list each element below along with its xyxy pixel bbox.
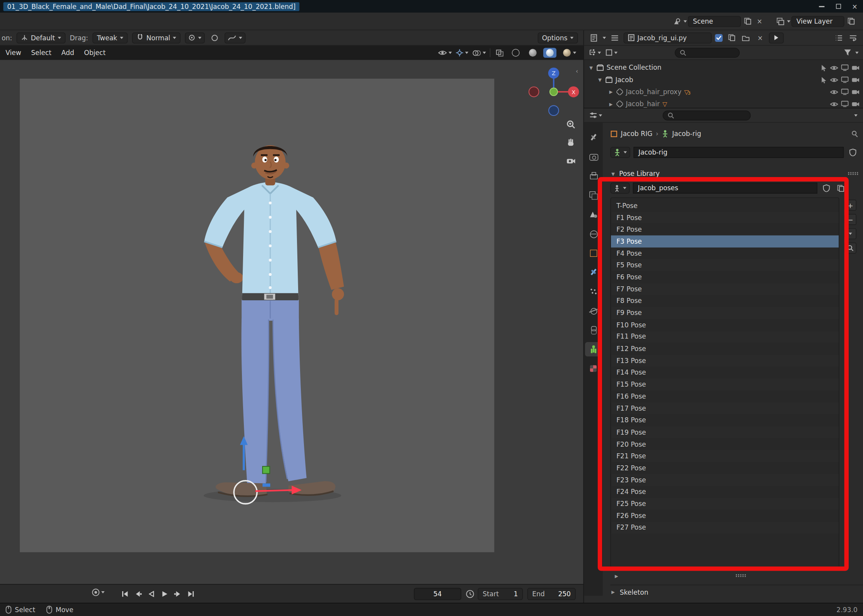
editor-type-dropdown[interactable] xyxy=(589,112,602,119)
disable-render-icon[interactable] xyxy=(851,76,860,83)
pose-library-panel-header[interactable]: ▼ Pose Library xyxy=(610,168,863,180)
zoom-icon[interactable] xyxy=(565,118,577,130)
word-wrap-icon[interactable] xyxy=(847,32,858,43)
disclosure-triangle[interactable]: ▶ xyxy=(610,590,616,595)
proportional-falloff-dropdown[interactable] xyxy=(225,32,246,43)
pose-list-item[interactable]: F17 Pose xyxy=(611,403,839,415)
properties-tab-constraints[interactable] xyxy=(585,323,602,337)
properties-tab-object-data[interactable] xyxy=(585,342,602,356)
armature-browse-dropdown[interactable] xyxy=(610,147,630,158)
menu-add[interactable]: Add xyxy=(61,49,74,57)
properties-tab-object[interactable] xyxy=(585,246,602,260)
disclosure-triangle[interactable]: ▼ xyxy=(589,65,594,70)
transform-gizmo[interactable] xyxy=(209,412,352,511)
pose-list-item[interactable]: F1 Pose xyxy=(611,212,839,224)
properties-tab-modifiers[interactable] xyxy=(585,265,602,279)
resize-grip-icon[interactable] xyxy=(736,574,747,578)
editor-type-dropdown[interactable] xyxy=(589,49,601,56)
properties-tab-physics[interactable] xyxy=(585,304,602,318)
properties-tab-render[interactable] xyxy=(585,150,602,164)
object-visibility-dropdown[interactable] xyxy=(438,50,452,56)
apply-pose-button[interactable] xyxy=(844,243,856,253)
pose-list-item[interactable]: F15 Pose xyxy=(611,379,839,391)
pose-list-item[interactable]: F5 Pose xyxy=(611,259,839,271)
pose-list-item[interactable]: F19 Pose xyxy=(611,426,839,438)
sidebar-collapse-arrow[interactable]: ‹ xyxy=(576,68,578,75)
selectable-icon[interactable] xyxy=(820,64,827,71)
pose-list-item[interactable]: F9 Pose xyxy=(611,307,839,319)
unlink-text-icon[interactable]: × xyxy=(754,32,765,43)
drag-mode-dropdown[interactable]: Tweak xyxy=(93,32,128,43)
panel-grip-icon[interactable] xyxy=(848,172,859,176)
options-dropdown[interactable]: Options xyxy=(538,32,578,43)
copy-datablock-icon[interactable] xyxy=(835,182,846,193)
frame-start-field[interactable]: Start1 xyxy=(478,588,523,600)
play-button[interactable] xyxy=(159,588,171,600)
filter-icon[interactable] xyxy=(842,47,853,58)
shading-material-button[interactable] xyxy=(543,48,556,58)
new-view-layer-icon[interactable] xyxy=(846,15,856,26)
disclosure-triangle[interactable]: ▼ xyxy=(597,77,602,82)
current-frame-field[interactable]: 54 xyxy=(414,588,461,600)
close-button[interactable]: × xyxy=(846,0,863,13)
menu-object[interactable]: Object xyxy=(84,49,105,57)
proportional-editing-icon[interactable] xyxy=(209,32,220,43)
viewport-canvas[interactable]: Z X ‹ xyxy=(0,60,583,584)
chevron-down-icon[interactable] xyxy=(854,114,858,117)
new-scene-icon[interactable] xyxy=(742,15,753,26)
unlink-scene-icon[interactable]: × xyxy=(754,15,765,26)
selectable-icon[interactable] xyxy=(820,76,827,83)
pose-list-item[interactable]: F22 Pose xyxy=(611,462,839,474)
pose-list[interactable]: T-PoseF1 PoseF2 PoseF3 PoseF4 PoseF5 Pos… xyxy=(610,198,839,570)
pose-list-item[interactable]: F8 Pose xyxy=(611,295,839,307)
xray-toggle[interactable] xyxy=(494,47,505,58)
pin-icon[interactable] xyxy=(851,130,858,137)
pose-list-item[interactable]: F12 Pose xyxy=(611,343,839,355)
disable-viewport-icon[interactable] xyxy=(841,89,849,95)
properties-tab-texture[interactable] xyxy=(585,361,602,376)
run-script-button[interactable] xyxy=(769,32,784,43)
pose-list-item[interactable]: F25 Pose xyxy=(611,498,839,510)
pose-list-item[interactable]: F18 Pose xyxy=(611,415,839,427)
prev-keyframe-button[interactable] xyxy=(132,588,144,600)
shading-rendered-button[interactable] xyxy=(560,48,579,58)
fake-user-shield-icon[interactable] xyxy=(821,182,832,193)
outliner-row-jacob[interactable]: ▼ Jacob xyxy=(584,74,863,86)
text-datablock[interactable]: Jacob_rig_ui.py xyxy=(623,32,711,43)
play-reverse-button[interactable] xyxy=(145,588,157,600)
shading-wireframe-button[interactable] xyxy=(509,48,522,58)
pose-browse-dropdown[interactable] xyxy=(610,182,630,193)
armature-name-field[interactable]: Jacob-rig xyxy=(633,147,844,158)
new-text-icon[interactable] xyxy=(726,32,737,43)
jump-to-end-button[interactable] xyxy=(185,588,197,600)
pose-list-item[interactable]: F26 Pose xyxy=(611,510,839,522)
pose-list-item[interactable]: F16 Pose xyxy=(611,391,839,403)
disable-render-icon[interactable] xyxy=(851,64,860,71)
transform-orientation-dropdown[interactable]: Default xyxy=(17,32,66,43)
add-pose-button[interactable]: + xyxy=(844,200,856,210)
menu-icon[interactable] xyxy=(609,32,620,43)
disable-viewport-icon[interactable] xyxy=(841,101,849,107)
next-keyframe-button[interactable] xyxy=(172,588,184,600)
editor-type-icon[interactable] xyxy=(589,32,599,43)
remove-pose-button[interactable]: − xyxy=(844,214,856,225)
hide-eye-icon[interactable] xyxy=(830,89,838,95)
menu-select[interactable]: Select xyxy=(31,49,52,57)
pose-list-item[interactable]: F27 Pose xyxy=(611,522,839,534)
hide-eye-icon[interactable] xyxy=(830,77,838,83)
properties-tab-scene[interactable] xyxy=(585,207,602,222)
pose-list-item[interactable]: F6 Pose xyxy=(611,271,839,283)
pose-list-item[interactable]: F3 Pose xyxy=(611,236,839,248)
hide-eye-icon[interactable] xyxy=(830,65,838,71)
outliner-search-input[interactable] xyxy=(675,48,740,58)
properties-tab-view-layer[interactable] xyxy=(585,188,602,203)
properties-search-input[interactable] xyxy=(663,110,751,120)
disclosure-triangle[interactable]: ▼ xyxy=(610,171,616,176)
camera-view-icon[interactable] xyxy=(565,155,577,167)
disable-viewport-icon[interactable] xyxy=(841,76,849,83)
scene-selector[interactable]: Scene × xyxy=(671,15,765,26)
disable-viewport-icon[interactable] xyxy=(841,64,849,71)
pose-list-item[interactable]: F11 Pose xyxy=(611,331,839,343)
pose-list-item[interactable]: F10 Pose xyxy=(611,319,839,331)
shading-solid-button[interactable] xyxy=(526,48,539,58)
